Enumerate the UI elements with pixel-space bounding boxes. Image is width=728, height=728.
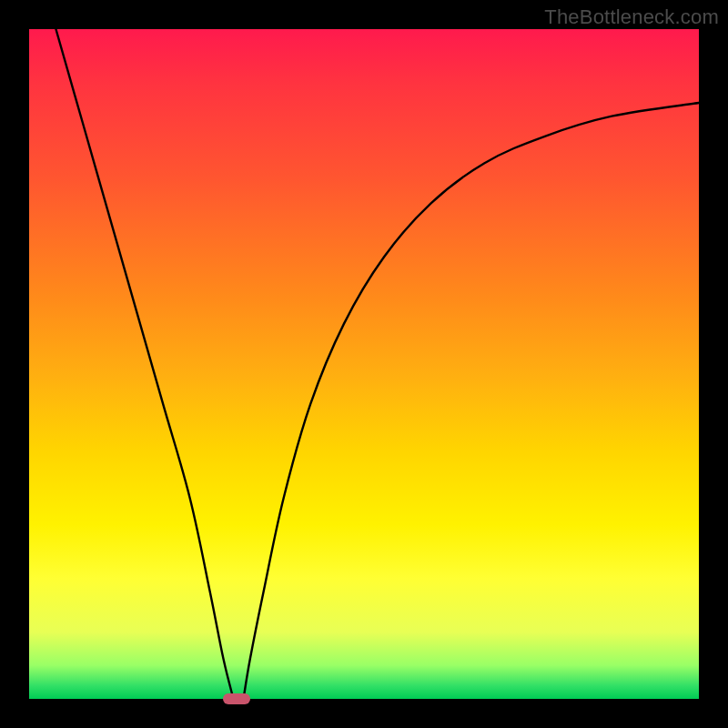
chart-frame: TheBottleneck.com xyxy=(0,0,728,728)
watermark-text: TheBottleneck.com xyxy=(544,5,719,29)
curve-right-branch xyxy=(244,103,699,699)
plot-area xyxy=(29,29,699,699)
curve-left-branch xyxy=(56,29,233,699)
curve-layer xyxy=(29,29,699,699)
minimum-marker xyxy=(223,693,250,704)
